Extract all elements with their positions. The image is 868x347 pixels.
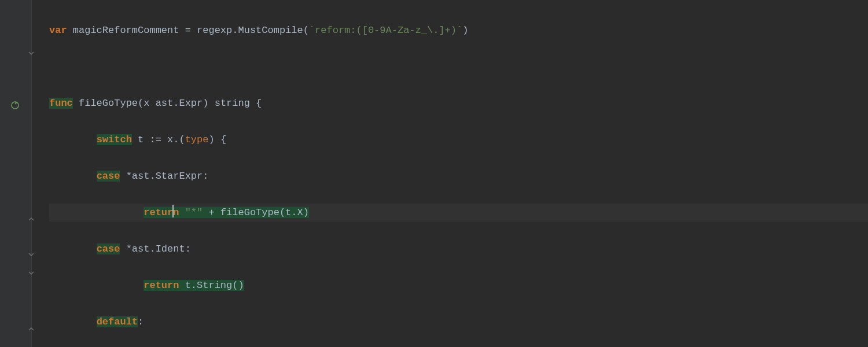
code-line[interactable]: var magicReformComment = regexp.MustComp… [49, 21, 868, 40]
editor-gutter [0, 0, 32, 347]
code-line[interactable]: return t.String() [49, 276, 868, 295]
rerun-icon[interactable] [10, 101, 20, 110]
text-caret [172, 205, 174, 217]
keyword-type: type [185, 134, 209, 145]
code-editor[interactable]: var magicReformComment = regexp.MustComp… [32, 3, 868, 347]
keyword-func: func [49, 98, 73, 109]
keyword-default: default [97, 316, 138, 327]
function-name: fileGoType [79, 98, 138, 109]
svg-point-0 [12, 102, 19, 109]
code-line[interactable]: default: [49, 313, 868, 331]
keyword-case: case [97, 171, 120, 182]
keyword-switch: switch [97, 134, 132, 145]
function-call: MustCompile [238, 25, 303, 36]
keyword-return: return [144, 207, 179, 218]
identifier: magicReformComment [73, 25, 179, 36]
string-literal: `reform:([0-9A-Za-z_\.]+)` [309, 25, 462, 36]
keyword-return: return [144, 280, 179, 291]
string-literal: "*" [179, 207, 208, 218]
code-line[interactable] [49, 58, 868, 76]
code-line-current[interactable]: return "*" + fileGoType(t.X) [49, 204, 868, 222]
identifier: regexp [197, 25, 232, 36]
code-line[interactable]: switch t := x.(type) { [49, 131, 868, 149]
code-line[interactable]: func fileGoType(x ast.Expr) string { [49, 94, 868, 113]
keyword-var: var [49, 25, 67, 36]
keyword-case: case [97, 243, 120, 254]
code-line[interactable]: case *ast.Ident: [49, 240, 868, 259]
code-line[interactable]: case *ast.StarExpr: [49, 167, 868, 186]
